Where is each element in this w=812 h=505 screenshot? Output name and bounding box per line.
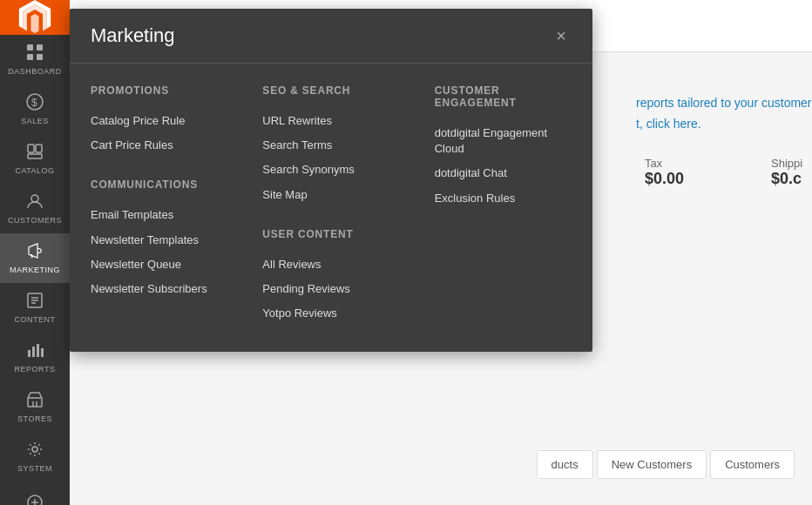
- sales-icon: $: [26, 93, 44, 113]
- seo-search-heading: SEO & Search: [262, 84, 399, 97]
- menu-column-left: Promotions Catalog Price Rule Cart Price…: [91, 84, 227, 326]
- sidebar-item-label: CONTENT: [15, 315, 56, 324]
- system-icon: [26, 441, 44, 461]
- sidebar-logo: [0, 0, 70, 35]
- svg-rect-3: [37, 54, 43, 60]
- svg-rect-15: [32, 347, 35, 357]
- email-templates-link[interactable]: Email Templates: [91, 203, 227, 227]
- marketing-panel: Marketing × Promotions Catalog Price Rul…: [70, 9, 592, 352]
- catalog-price-rule-link[interactable]: Catalog Price Rule: [91, 109, 227, 133]
- find-partners-icon: [26, 494, 44, 505]
- cart-price-rules-link[interactable]: Cart Price Rules: [91, 133, 227, 158]
- sidebar-item-find-partners[interactable]: FIND PARTNERS & EXTENSIONS: [0, 488, 70, 505]
- svg-rect-8: [28, 154, 42, 158]
- sidebar-item-label: STORES: [17, 414, 52, 423]
- sidebar-item-reports[interactable]: REPORTS: [0, 333, 70, 382]
- customers-icon: [26, 192, 44, 212]
- reports-icon: [26, 341, 44, 361]
- bg-reports-text: reports tailored to your customer data.: [636, 96, 812, 110]
- svg-rect-17: [41, 348, 44, 357]
- svg-rect-2: [27, 54, 33, 60]
- panel-header: Marketing ×: [70, 9, 592, 64]
- user-content-section: User Content All Reviews Pending Reviews…: [262, 228, 399, 327]
- promotions-heading: Promotions: [91, 84, 227, 97]
- dotdigital-chat-link[interactable]: dotdigital Chat: [435, 161, 572, 185]
- bg-tab-new-customers[interactable]: New Customers: [597, 450, 707, 479]
- panel-close-button[interactable]: ×: [551, 25, 572, 46]
- marketing-icon: [26, 242, 44, 262]
- newsletter-queue-link[interactable]: Newsletter Queue: [91, 252, 227, 277]
- catalog-icon: [26, 143, 44, 163]
- svg-rect-16: [37, 344, 39, 357]
- svg-rect-18: [28, 398, 42, 407]
- tax-summary: Tax $0.00: [645, 157, 684, 188]
- sidebar-item-content[interactable]: CONTENT: [0, 283, 70, 333]
- all-reviews-link[interactable]: All Reviews: [262, 252, 399, 277]
- sidebar-item-dashboard[interactable]: DASHBOARD: [0, 35, 70, 84]
- svg-rect-0: [27, 44, 33, 50]
- svg-text:$: $: [31, 97, 37, 109]
- search-terms-link[interactable]: Search Terms: [262, 133, 399, 158]
- bg-tab-customers[interactable]: Customers: [710, 450, 795, 479]
- tax-value: $0.00: [645, 170, 684, 188]
- sidebar-item-label: REPORTS: [15, 365, 56, 374]
- site-map-link[interactable]: Site Map: [262, 183, 399, 207]
- shipping-label: Shippi: [771, 157, 802, 170]
- svg-rect-14: [28, 350, 30, 357]
- sidebar: DASHBOARD $ SALES CATALOG CUSTOMERS MARK…: [0, 0, 70, 505]
- svg-point-21: [32, 447, 37, 452]
- svg-point-9: [31, 195, 38, 202]
- svg-rect-6: [28, 145, 34, 152]
- customer-engagement-heading: Customer Engagement: [435, 84, 572, 109]
- bg-link-text: t, click here.: [636, 117, 795, 131]
- pending-reviews-link[interactable]: Pending Reviews: [262, 277, 399, 301]
- search-synonyms-link[interactable]: Search Synonyms: [262, 158, 399, 182]
- url-rewrites-link[interactable]: URL Rewrites: [262, 109, 399, 133]
- bg-tab-bar: ducts New Customers Customers: [519, 450, 812, 479]
- content-icon: [26, 292, 44, 312]
- sidebar-item-label: CATALOG: [15, 166, 54, 175]
- newsletter-templates-link[interactable]: Newsletter Templates: [91, 228, 227, 252]
- dotdigital-engagement-cloud-link[interactable]: dotdigital Engagement Cloud: [435, 121, 572, 161]
- communications-section: Communications Email Templates Newslette…: [91, 178, 227, 301]
- menu-column-middle: SEO & Search URL Rewrites Search Terms S…: [262, 84, 399, 326]
- stores-icon: [26, 391, 44, 411]
- tax-label: Tax: [645, 157, 684, 170]
- yotpo-reviews-link[interactable]: Yotpo Reviews: [262, 301, 399, 326]
- panel-body: Promotions Catalog Price Rule Cart Price…: [70, 64, 592, 352]
- communications-heading: Communications: [91, 178, 227, 191]
- shipping-value: $0.c: [771, 170, 802, 188]
- menu-column-right: Customer Engagement dotdigital Engagemen…: [435, 84, 572, 326]
- magento-logo-icon: [17, 0, 52, 35]
- user-content-heading: User Content: [262, 228, 399, 240]
- sidebar-item-sales[interactable]: $ SALES: [0, 84, 70, 134]
- sidebar-item-label: SALES: [21, 117, 49, 125]
- sidebar-item-stores[interactable]: STORES: [0, 382, 70, 432]
- svg-rect-1: [37, 44, 43, 50]
- shipping-summary: Shippi $0.c: [771, 157, 802, 188]
- sidebar-item-label: CUSTOMERS: [8, 216, 62, 225]
- exclusion-rules-link[interactable]: Exclusion Rules: [435, 186, 572, 211]
- sidebar-item-catalog[interactable]: CATALOG: [0, 134, 70, 184]
- sidebar-item-system[interactable]: SYSTEM: [0, 432, 70, 481]
- dashboard-icon: [26, 44, 44, 64]
- bg-tab-products[interactable]: ducts: [537, 450, 593, 479]
- sidebar-item-label: DASHBOARD: [8, 67, 62, 76]
- sidebar-item-label: MARKETING: [10, 266, 60, 274]
- sidebar-item-customers[interactable]: CUSTOMERS: [0, 184, 70, 233]
- newsletter-subscribers-link[interactable]: Newsletter Subscribers: [91, 277, 227, 301]
- sidebar-item-label: SYSTEM: [17, 464, 52, 473]
- panel-title: Marketing: [91, 24, 175, 47]
- svg-rect-7: [36, 145, 42, 152]
- sidebar-item-marketing[interactable]: MARKETING: [0, 233, 70, 283]
